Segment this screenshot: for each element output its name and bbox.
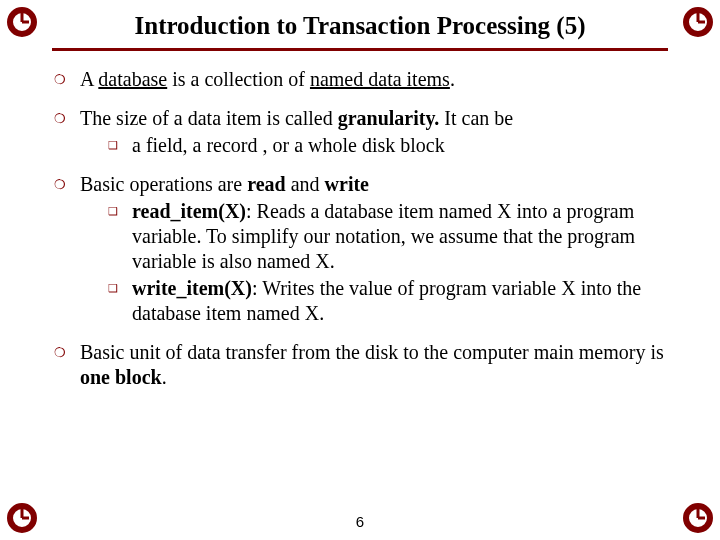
list-item: ❍ Basic operations are read and write ❑ … [54, 172, 672, 326]
list-item-text: A database is a collection of named data… [80, 67, 672, 92]
sub-list-item: ❑ write_item(X): Writes the value of pro… [80, 276, 672, 326]
title-divider [52, 48, 668, 51]
text: is a collection of [167, 68, 310, 90]
circle-bullet-icon: ❍ [54, 172, 80, 193]
text: A [80, 68, 98, 90]
sub-list-text: read_item(X): Reads a database item name… [132, 199, 672, 274]
text: write_item(X) [132, 277, 252, 299]
square-bullet-icon: ❑ [108, 199, 132, 219]
square-bullet-icon: ❑ [108, 133, 132, 153]
page-number: 6 [0, 513, 720, 530]
text: database [98, 68, 167, 90]
slide-title: Introduction to Transaction Processing (… [68, 12, 652, 40]
text: and [286, 173, 325, 195]
sub-list-item: ❑ read_item(X): Reads a database item na… [80, 199, 672, 274]
text: Basic unit of data transfer from the dis… [80, 341, 664, 363]
text: It can be [439, 107, 513, 129]
list-item-text: Basic unit of data transfer from the dis… [80, 340, 672, 390]
text: . [162, 366, 167, 388]
slide-body: Introduction to Transaction Processing (… [0, 0, 720, 540]
square-bullet-icon: ❑ [108, 276, 132, 296]
circle-bullet-icon: ❍ [54, 67, 80, 88]
list-item-text: The size of a data item is called granul… [80, 106, 672, 158]
sub-list-item: ❑ a field, a record , or a whole disk bl… [80, 133, 672, 158]
text: Basic operations are [80, 173, 247, 195]
circle-bullet-icon: ❍ [54, 340, 80, 361]
content-area: ❍ A database is a collection of named da… [48, 67, 672, 390]
text: read [247, 173, 286, 195]
list-item: ❍ The size of a data item is called gran… [54, 106, 672, 158]
text: read_item(X) [132, 200, 246, 222]
list-item: ❍ Basic unit of data transfer from the d… [54, 340, 672, 390]
sub-list-text: write_item(X): Writes the value of progr… [132, 276, 672, 326]
text: . [450, 68, 455, 90]
text: The size of a data item is called [80, 107, 338, 129]
text: one block [80, 366, 162, 388]
text: named data items [310, 68, 450, 90]
text: write [325, 173, 369, 195]
sub-list-text: a field, a record , or a whole disk bloc… [132, 133, 672, 158]
list-item: ❍ A database is a collection of named da… [54, 67, 672, 92]
text: granularity. [338, 107, 440, 129]
circle-bullet-icon: ❍ [54, 106, 80, 127]
list-item-text: Basic operations are read and write ❑ re… [80, 172, 672, 326]
